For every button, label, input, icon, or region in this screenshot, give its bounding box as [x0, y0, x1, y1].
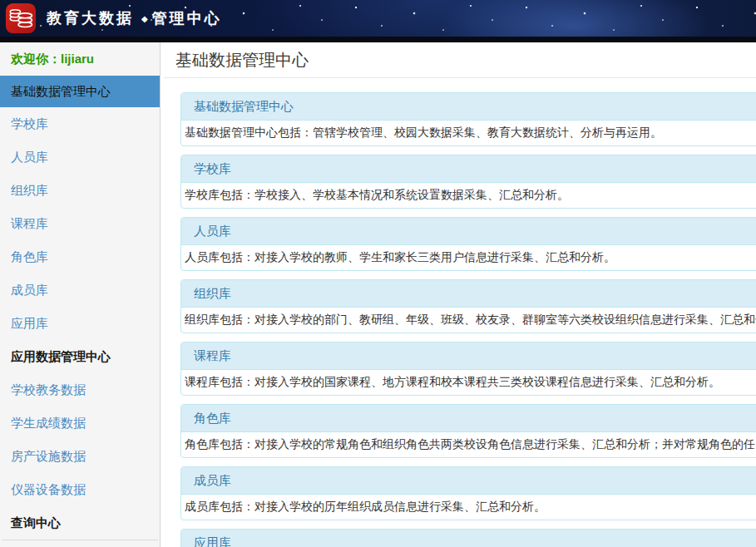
- sidebar-item-query-center[interactable]: 查询中心: [0, 506, 160, 540]
- database-logo-icon: [5, 2, 37, 34]
- panel-organization-db: 组织库 组织库包括：对接入学校的部门、教研组、年级、班级、校友录、群聊室等六类校…: [180, 279, 756, 333]
- panel-description: 学校库包括：学校接入、学校基本情况和系统设置数据采集、汇总和分析。: [181, 183, 756, 208]
- sidebar-item-personnel-db[interactable]: 人员库: [0, 140, 160, 174]
- title-divider: [164, 77, 756, 78]
- panel-title[interactable]: 组织库: [181, 280, 756, 308]
- sidebar-item-instrument-equipment-data[interactable]: 仪器设备数据: [0, 473, 160, 506]
- welcome-message: 欢迎你：lijiaru: [0, 42, 160, 76]
- sidebar-item-school-db[interactable]: 学校库: [0, 107, 160, 140]
- sidebar-item-course-db[interactable]: 课程库: [0, 207, 160, 240]
- panel-role-db: 角色库 角色库包括：对接入学校的常规角色和组织角色共两类校设角色信息进行采集、汇…: [180, 404, 756, 458]
- panel-member-db: 成员库 成员库包括：对接入学校的历年组织成员信息进行采集、汇总和分析。: [180, 466, 756, 520]
- sidebar-item-organization-db[interactable]: 组织库: [0, 174, 160, 207]
- sidebar: 欢迎你：lijiaru 基础数据管理中心 学校库 人员库 组织库 课程库 角色库…: [0, 42, 161, 547]
- panel-application-db: 应用库: [180, 529, 756, 547]
- sidebar-divider: [2, 540, 158, 540]
- panel-basic-data-center: 基础数据管理中心 基础数据管理中心包括：管辖学校管理、校园大数据采集、教育大数据…: [180, 92, 756, 146]
- app-window: 教育大数据◆管理中心 欢迎你：lijiaru 基础数据管理中心 学校库 人员库 …: [0, 0, 756, 547]
- brand-name: 教育大数据: [47, 10, 134, 27]
- body-row: 欢迎你：lijiaru 基础数据管理中心 学校库 人员库 组织库 课程库 角色库…: [0, 42, 756, 547]
- main-content: 基础数据管理中心 基础数据管理中心 基础数据管理中心包括：管辖学校管理、校园大数…: [161, 42, 756, 547]
- panel-list: 基础数据管理中心 基础数据管理中心包括：管辖学校管理、校园大数据采集、教育大数据…: [164, 92, 756, 547]
- sidebar-item-application-db[interactable]: 应用库: [0, 307, 160, 340]
- sidebar-item-property-facilities-data[interactable]: 房产设施数据: [0, 440, 160, 473]
- panel-title[interactable]: 应用库: [181, 530, 756, 547]
- panel-title[interactable]: 人员库: [181, 218, 756, 245]
- sidebar-item-school-affairs-data[interactable]: 学校教务数据: [0, 373, 160, 407]
- app-title: 教育大数据◆管理中心: [47, 8, 222, 28]
- panel-personnel-db: 人员库 人员库包括：对接入学校的教师、学生和家长三类用户信息进行采集、汇总和分析…: [180, 217, 756, 271]
- panel-school-db: 学校库 学校库包括：学校接入、学校基本情况和系统设置数据采集、汇总和分析。: [180, 155, 756, 209]
- panel-title[interactable]: 成员库: [181, 467, 756, 495]
- sidebar-nav: 基础数据管理中心 学校库 人员库 组织库 课程库 角色库 成员库 应用库 应用数…: [0, 76, 160, 540]
- panel-description: 课程库包括：对接入学校的国家课程、地方课程和校本课程共三类校设课程信息进行采集、…: [181, 370, 756, 395]
- panel-title[interactable]: 课程库: [181, 342, 756, 370]
- panel-title[interactable]: 学校库: [181, 155, 756, 183]
- panel-description: 成员库包括：对接入学校的历年组织成员信息进行采集、汇总和分析。: [181, 495, 756, 520]
- panel-description: 角色库包括：对接入学校的常规角色和组织角色共两类校设角色信息进行采集、汇总和分析…: [181, 432, 756, 457]
- sidebar-item-app-data-center[interactable]: 应用数据管理中心: [0, 340, 160, 373]
- panel-title[interactable]: 基础数据管理中心: [181, 93, 756, 121]
- panel-course-db: 课程库 课程库包括：对接入学校的国家课程、地方课程和校本课程共三类校设课程信息进…: [180, 342, 756, 396]
- page-title: 基础数据管理中心: [175, 49, 756, 71]
- sidebar-item-student-scores-data[interactable]: 学生成绩数据: [0, 407, 160, 440]
- panel-description: 人员库包括：对接入学校的教师、学生和家长三类用户信息进行采集、汇总和分析。: [181, 245, 756, 270]
- panel-description: 组织库包括：对接入学校的部门、教研组、年级、班级、校友录、群聊室等六类校设组织信…: [181, 308, 756, 333]
- diamond-separator-icon: ◆: [141, 14, 148, 23]
- sidebar-item-role-db[interactable]: 角色库: [0, 240, 160, 274]
- sidebar-item-member-db[interactable]: 成员库: [0, 274, 160, 307]
- header-content: 教育大数据◆管理中心: [0, 0, 756, 37]
- panel-description: 基础数据管理中心包括：管辖学校管理、校园大数据采集、教育大数据统计、分析与再运用…: [181, 121, 756, 145]
- section-name: 管理中心: [152, 10, 222, 27]
- sidebar-item-basic-data-center[interactable]: 基础数据管理中心: [0, 76, 160, 107]
- app-header: 教育大数据◆管理中心: [0, 0, 756, 42]
- panel-title[interactable]: 角色库: [181, 405, 756, 432]
